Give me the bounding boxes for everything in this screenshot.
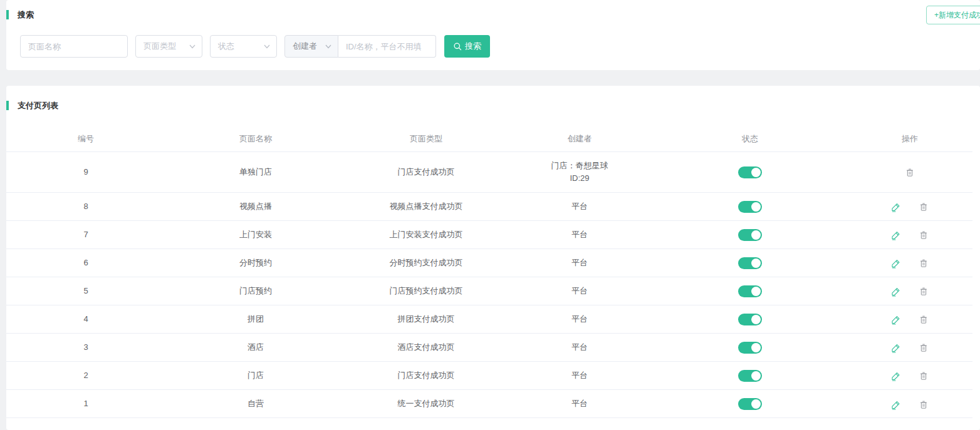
status-toggle[interactable] [738, 285, 762, 297]
cell-creator: 平台 [506, 305, 653, 333]
cell-id: 8 [6, 192, 165, 220]
table-row: 5 门店预约 门店预约支付成功页 平台 [6, 277, 972, 305]
row-id: 6 [83, 258, 88, 267]
row-id: 4 [83, 314, 88, 324]
toggle-knob [751, 202, 761, 212]
edit-icon[interactable] [891, 202, 901, 212]
status-toggle[interactable] [738, 166, 762, 178]
cell-actions [847, 220, 972, 248]
row-creator: 平台 [506, 257, 653, 269]
delete-icon[interactable] [919, 371, 929, 381]
page-name-input[interactable] [20, 35, 128, 58]
payment-pages-table: 编号 页面名称 页面类型 创建者 状态 操作 9 单独门店 门店支付成功页 门店… [6, 126, 972, 418]
table-row: 7 上门安装 上门安装支付成功页 平台 [6, 220, 972, 248]
search-button[interactable]: 搜索 [444, 35, 490, 58]
cell-page-type: 统一支付成功页 [346, 389, 506, 417]
creator-compound-field: 创建者 [284, 35, 436, 58]
cell-status [653, 277, 847, 305]
row-page-type: 分时预约支付成功页 [390, 258, 463, 267]
delete-icon[interactable] [919, 314, 929, 325]
delete-icon[interactable] [919, 399, 929, 410]
edit-icon[interactable] [891, 342, 901, 353]
row-creator: 平台 [506, 285, 653, 297]
cell-id: 2 [6, 361, 165, 389]
delete-icon[interactable] [919, 202, 929, 212]
delete-icon[interactable] [919, 258, 929, 269]
row-page-type: 上门安装支付成功页 [390, 230, 463, 239]
edit-icon[interactable] [891, 286, 901, 297]
cell-actions [847, 248, 972, 277]
status-toggle[interactable] [738, 370, 762, 382]
cell-actions [847, 151, 972, 192]
row-page-name: 单独门店 [239, 167, 272, 177]
toggle-knob [751, 230, 761, 240]
cell-id: 5 [6, 277, 165, 305]
create-payment-page-button[interactable]: +新增支付成功 [926, 6, 980, 24]
row-creator: 平台 [506, 369, 653, 382]
cell-page-name: 分时预约 [165, 248, 346, 277]
status-select[interactable]: 状态 [210, 35, 277, 58]
cell-id: 6 [6, 248, 165, 277]
cell-page-name: 门店预约 [165, 277, 346, 305]
row-id: 1 [83, 399, 88, 408]
toggle-knob [751, 168, 761, 177]
cell-page-name: 视频点播 [165, 192, 346, 220]
delete-icon[interactable] [919, 230, 929, 240]
cell-creator: 平台 [506, 333, 653, 361]
row-page-type: 拼团支付成功页 [398, 314, 455, 324]
row-id: 9 [83, 167, 88, 177]
column-header-actions: 操作 [847, 126, 972, 151]
edit-icon[interactable] [891, 258, 901, 269]
edit-icon[interactable] [891, 230, 901, 240]
cell-id: 9 [6, 151, 165, 192]
status-toggle[interactable] [738, 398, 762, 410]
table-row: 9 单独门店 门店支付成功页 门店：奇想星球 ID:29 [6, 151, 972, 192]
chevron-down-icon [325, 44, 331, 49]
row-creator: 平台 [506, 397, 653, 410]
row-id: 3 [83, 342, 88, 352]
creator-select-label: 创建者 [293, 41, 317, 52]
cell-page-name: 门店 [165, 361, 346, 389]
list-title-text: 支付页列表 [18, 101, 58, 110]
cell-page-type: 门店预约支付成功页 [346, 277, 506, 305]
status-toggle[interactable] [738, 342, 762, 354]
delete-icon[interactable] [919, 286, 929, 297]
creator-select[interactable]: 创建者 [284, 35, 338, 58]
row-page-name: 门店 [248, 371, 264, 380]
payment-list-panel: 支付页列表 编号 页面名称 页面类型 创建者 状态 操作 9 单独门店 门店支付… [6, 86, 980, 430]
column-header-creator: 创建者 [506, 126, 653, 151]
cell-page-type: 视频点播支付成功页 [346, 192, 506, 220]
row-page-name: 视频点播 [239, 202, 272, 211]
row-id: 2 [83, 371, 88, 380]
column-header-id: 编号 [6, 126, 165, 151]
status-toggle[interactable] [738, 201, 762, 213]
cell-page-name: 拼团 [165, 305, 346, 333]
delete-icon[interactable] [919, 342, 929, 353]
status-toggle[interactable] [738, 229, 762, 241]
cell-id: 1 [6, 389, 165, 417]
table-row: 2 门店 门店支付成功页 平台 [6, 361, 972, 389]
toggle-knob [751, 399, 761, 409]
delete-icon[interactable] [905, 167, 915, 178]
cell-actions [847, 361, 972, 389]
cell-page-type: 门店支付成功页 [346, 361, 506, 389]
edit-icon[interactable] [891, 314, 901, 325]
row-page-type: 门店支付成功页 [398, 371, 455, 380]
row-id: 5 [83, 286, 88, 295]
toggle-knob [751, 371, 761, 381]
status-toggle[interactable] [738, 314, 762, 325]
page-type-select[interactable]: 页面类型 [135, 35, 202, 58]
keyword-input[interactable] [338, 35, 436, 58]
row-id: 7 [83, 230, 88, 239]
row-id: 8 [83, 202, 88, 211]
row-creator: 平台 [506, 313, 653, 325]
edit-icon[interactable] [891, 371, 901, 381]
edit-icon[interactable] [891, 399, 901, 410]
status-toggle[interactable] [738, 257, 762, 269]
row-page-name: 酒店 [248, 342, 264, 352]
row-creator: 平台 [506, 228, 653, 241]
cell-page-type: 拼团支付成功页 [346, 305, 506, 333]
title-accent-bar [6, 101, 9, 110]
search-controls: 页面类型 状态 创建者 搜索 [20, 35, 490, 58]
row-page-type: 视频点播支付成功页 [390, 202, 463, 211]
